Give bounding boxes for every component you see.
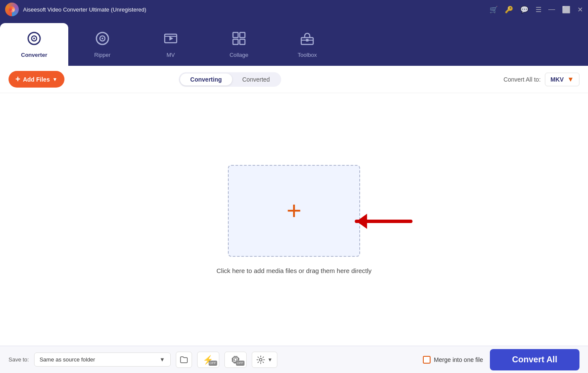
ripper-tab-label: Ripper: [94, 52, 111, 58]
tab-ripper[interactable]: Ripper: [68, 23, 137, 66]
mv-icon: [163, 31, 178, 49]
converter-icon: [26, 31, 42, 49]
app-logo-inner: [9, 6, 15, 12]
add-files-chevron-icon: ▼: [52, 76, 58, 82]
convert-all-to-label: Convert All to:: [504, 76, 541, 83]
save-to-value: Same as source folder: [40, 356, 95, 363]
tab-toolbox[interactable]: Toolbox: [273, 23, 341, 66]
save-to-select[interactable]: Same as source folder ▼: [34, 352, 171, 367]
drop-instruction: Click here to add media files or drag th…: [216, 267, 372, 274]
acceleration-button[interactable]: ⚡ OFF: [197, 352, 219, 368]
merge-label-text: Merge into one file: [434, 356, 483, 363]
svg-rect-8: [233, 32, 238, 38]
toolbox-icon: [300, 31, 315, 49]
svg-rect-10: [233, 39, 238, 44]
svg-rect-11: [240, 39, 245, 44]
tab-collage[interactable]: Collage: [205, 23, 273, 66]
red-arrow-icon: [346, 187, 415, 256]
save-to-label: Save to:: [9, 356, 29, 363]
drop-zone-container: + Click here to add media files or drag …: [0, 93, 588, 346]
toolbox-tab-label: Toolbox: [298, 52, 317, 58]
add-files-label: Add Files: [23, 76, 50, 83]
toolbar: + Add Files ▼ Converting Converted Conve…: [0, 66, 588, 93]
app-logo: [5, 3, 19, 16]
plus-icon: +: [15, 74, 20, 84]
merge-checkbox-label[interactable]: Merge into one file: [423, 356, 483, 364]
mv-tab-label: MV: [166, 52, 175, 58]
window-controls: 🛒 🔑 💬 ☰ — ⬜ ✕: [489, 6, 583, 14]
red-arrow-container: [346, 187, 415, 257]
svg-rect-14: [306, 39, 309, 41]
titlebar: Aiseesoft Video Converter Ultimate (Unre…: [0, 0, 588, 19]
right-controls: Merge into one file Convert All: [423, 349, 579, 370]
hardware-acceleration-button[interactable]: OFF: [224, 352, 247, 368]
key-icon[interactable]: 🔑: [505, 6, 513, 14]
collage-tab-label: Collage: [230, 52, 248, 58]
tab-mv[interactable]: MV: [137, 23, 205, 66]
drop-plus-icon: +: [286, 198, 301, 223]
svg-point-5: [102, 38, 103, 39]
close-button[interactable]: ✕: [577, 6, 583, 14]
svg-marker-16: [356, 212, 374, 230]
converting-tab-button[interactable]: Converting: [180, 73, 232, 85]
settings-chevron-icon: ▼: [268, 357, 273, 363]
format-select-dropdown[interactable]: MKV ▼: [545, 73, 579, 86]
maximize-button[interactable]: ⬜: [562, 6, 571, 14]
tab-switcher: Converting Converted: [179, 72, 281, 87]
bottom-bar: Save to: Same as source folder ▼ ⚡ OFF: [0, 346, 588, 373]
folder-icon: [180, 355, 188, 364]
svg-point-2: [33, 38, 35, 39]
off-badge-1: OFF: [209, 361, 217, 366]
minimize-button[interactable]: —: [548, 6, 555, 13]
drop-zone[interactable]: +: [228, 165, 360, 257]
chat-icon[interactable]: 💬: [520, 6, 529, 14]
format-value: MKV: [550, 76, 564, 83]
ripper-icon: [95, 31, 110, 49]
cart-icon[interactable]: 🛒: [489, 6, 498, 14]
svg-point-31: [259, 358, 262, 361]
app-title: Aiseesoft Video Converter Ultimate (Unre…: [23, 6, 489, 13]
svg-line-15: [356, 194, 410, 248]
collage-icon: [231, 31, 247, 49]
settings-button[interactable]: ▼: [252, 352, 277, 368]
settings-icon: [256, 355, 265, 364]
save-to-chevron-icon: ▼: [160, 356, 165, 363]
convert-all-button[interactable]: Convert All: [490, 349, 579, 370]
tab-converter[interactable]: Converter: [0, 23, 68, 66]
off-badge-2: OFF: [236, 361, 245, 366]
convert-all-to-section: Convert All to: MKV ▼: [504, 73, 579, 86]
add-files-button[interactable]: + Add Files ▼: [9, 71, 64, 88]
open-folder-button[interactable]: [176, 352, 192, 368]
drop-zone-wrapper: + Click here to add media files or drag …: [216, 165, 372, 274]
format-chevron-icon: ▼: [567, 76, 574, 83]
menu-icon[interactable]: ☰: [536, 6, 541, 14]
converted-tab-button[interactable]: Converted: [232, 73, 280, 85]
converter-tab-label: Converter: [21, 52, 47, 58]
merge-checkbox-box[interactable]: [423, 356, 431, 364]
main-area: + Add Files ▼ Converting Converted Conve…: [0, 66, 588, 373]
svg-rect-9: [240, 32, 245, 38]
nav-bar: Converter Ripper MV: [0, 19, 588, 66]
